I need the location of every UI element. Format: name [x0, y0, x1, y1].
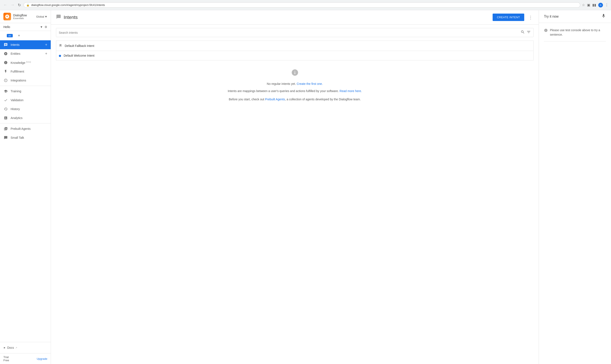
address-bar[interactable]: 🔒: [24, 2, 580, 8]
search-input[interactable]: [59, 31, 519, 34]
info-message: Please use test console above to try a s…: [544, 28, 606, 37]
agent-settings-icon[interactable]: ⚙: [45, 25, 47, 29]
filter-icon[interactable]: [527, 30, 531, 35]
add-entity-button[interactable]: +: [45, 52, 47, 56]
add-intent-button[interactable]: +: [45, 43, 47, 47]
sidebar-item-history[interactable]: History: [0, 104, 51, 114]
chevron-down-icon: ▼: [45, 15, 47, 18]
microphone-button[interactable]: [601, 13, 606, 19]
sidebar-item-knowledge[interactable]: Knowledge [beta]: [0, 58, 51, 67]
entities-label: Entities: [11, 52, 20, 55]
sidebar-item-analytics[interactable]: Analytics: [0, 114, 51, 122]
logo-text: Dialogflow Essentials: [13, 13, 27, 20]
docs-label: Docs: [7, 346, 14, 349]
integrations-label: Integrations: [11, 79, 26, 82]
media-icon[interactable]: ▮▮: [592, 3, 596, 7]
intent-welcome-item[interactable]: ⬤ Default Welcome Intent: [56, 51, 533, 60]
fulfillment-label: Fulfillment: [11, 70, 24, 73]
agent-dropdown-icon[interactable]: ▼: [40, 25, 43, 29]
right-panel-body: Please use test console above to try a s…: [539, 23, 611, 51]
analytics-label: Analytics: [11, 116, 23, 120]
analytics-icon: [3, 116, 8, 120]
expand-icon: ►: [3, 346, 6, 349]
menu-icon[interactable]: ⋮: [605, 3, 609, 7]
intents-label: Intents: [11, 43, 20, 46]
global-selector[interactable]: Global ▼: [36, 15, 47, 18]
page-title: Intents: [56, 14, 489, 21]
right-panel-header: Try it now: [539, 10, 611, 23]
brand-name: Dialogflow: [13, 13, 27, 17]
intent-fallback-item[interactable]: Default Fallback Intent: [56, 40, 533, 51]
chat-icon: [56, 14, 61, 21]
validation-icon: [3, 98, 8, 103]
content-header: Intents CREATE INTENT ⋮: [51, 10, 539, 25]
create-intent-button[interactable]: CREATE INTENT: [493, 13, 524, 21]
welcome-intent-name: Default Welcome Intent: [64, 54, 94, 57]
sidebar-header: Dialogflow Essentials Global ▼: [0, 10, 51, 23]
docs-link[interactable]: ► Docs ↗: [3, 344, 47, 351]
browser-actions: ☆ ▣ ▮▮ n ⋮: [582, 3, 609, 7]
entities-icon: [3, 51, 8, 56]
sidebar-item-intents[interactable]: Intents +: [0, 40, 51, 49]
bookmark-icon[interactable]: ☆: [582, 3, 585, 7]
reload-button[interactable]: ↻: [17, 2, 22, 8]
add-language-button[interactable]: +: [18, 34, 20, 38]
trial-section: Trial Free Upgrade: [0, 353, 51, 364]
more-options-button[interactable]: ⋮: [528, 14, 533, 21]
back-button[interactable]: ←: [2, 2, 8, 8]
empty-state: No regular intents yet. Create the first…: [51, 60, 539, 113]
integrations-icon: [3, 78, 8, 83]
nav-divider-2: [0, 123, 51, 123]
url-input[interactable]: [31, 3, 577, 7]
sidebar-nav: Intents + Entities + Knowledge [beta]: [0, 40, 51, 342]
prebuilt-link[interactable]: Prebuilt Agents: [265, 98, 285, 101]
prebuilt-icon: [3, 126, 8, 131]
forward-button[interactable]: →: [10, 2, 15, 8]
upgrade-link[interactable]: Upgrade: [37, 357, 47, 360]
search-section: [51, 25, 539, 40]
fallback-intent-name: Default Fallback Intent: [65, 44, 94, 48]
app-container: Dialogflow Essentials Global ▼ Hello ▼ ⚙…: [0, 10, 611, 364]
language-section: en +: [0, 31, 51, 40]
knowledge-icon: [3, 60, 8, 65]
sidebar-item-prebuilt[interactable]: Prebuilt Agents: [0, 124, 51, 133]
sidebar: Dialogflow Essentials Global ▼ Hello ▼ ⚙…: [0, 10, 51, 364]
knowledge-label: Knowledge [beta]: [11, 61, 31, 65]
prebuilt-description: Before you start, check out Prebuilt Age…: [56, 97, 533, 102]
sidebar-item-validation[interactable]: Validation: [0, 96, 51, 104]
intent-list: Default Fallback Intent ⬤ Default Welcom…: [51, 40, 539, 60]
read-more-link[interactable]: Read more here.: [340, 89, 362, 93]
smalltalk-label: Small Talk: [11, 136, 24, 139]
info-circle-icon: [56, 69, 533, 78]
sidebar-item-entities[interactable]: Entities +: [0, 49, 51, 58]
try-it-label: Try it now: [544, 15, 599, 18]
extensions-icon[interactable]: ▣: [587, 3, 590, 7]
sidebar-item-smalltalk[interactable]: Small Talk: [0, 133, 51, 142]
validation-label: Validation: [11, 98, 23, 102]
profile-icon[interactable]: n: [598, 3, 603, 7]
language-badge[interactable]: en: [7, 34, 13, 37]
intents-icon: [3, 42, 8, 47]
training-label: Training: [11, 90, 21, 93]
browser-toolbar: ← → ↻ 🔒 ☆ ▣ ▮▮ n ⋮: [0, 0, 611, 10]
bookmark-icon: [59, 44, 62, 48]
main-content: Intents CREATE INTENT ⋮: [51, 10, 539, 364]
lock-icon: 🔒: [26, 4, 29, 7]
sidebar-item-training[interactable]: Training: [0, 87, 51, 96]
intents-description: Intents are mappings between a user's qu…: [56, 89, 533, 93]
history-icon: [3, 107, 8, 111]
sidebar-item-fulfillment[interactable]: Fulfillment: [0, 67, 51, 76]
brand-sub: Essentials: [13, 17, 27, 20]
history-label: History: [11, 107, 20, 111]
right-panel: Try it now Please use test console above…: [539, 10, 611, 364]
nav-divider-1: [0, 86, 51, 86]
search-bar: [56, 28, 533, 37]
sidebar-item-integrations[interactable]: Integrations: [0, 76, 51, 85]
smalltalk-icon: [3, 135, 8, 140]
fulfillment-icon: [3, 69, 8, 74]
circle-icon: ⬤: [59, 54, 61, 57]
search-icon[interactable]: [521, 30, 525, 35]
create-first-link[interactable]: Create the first one.: [297, 82, 323, 86]
panel-divider: [544, 41, 606, 41]
sidebar-bottom: ► Docs ↗: [0, 342, 51, 353]
